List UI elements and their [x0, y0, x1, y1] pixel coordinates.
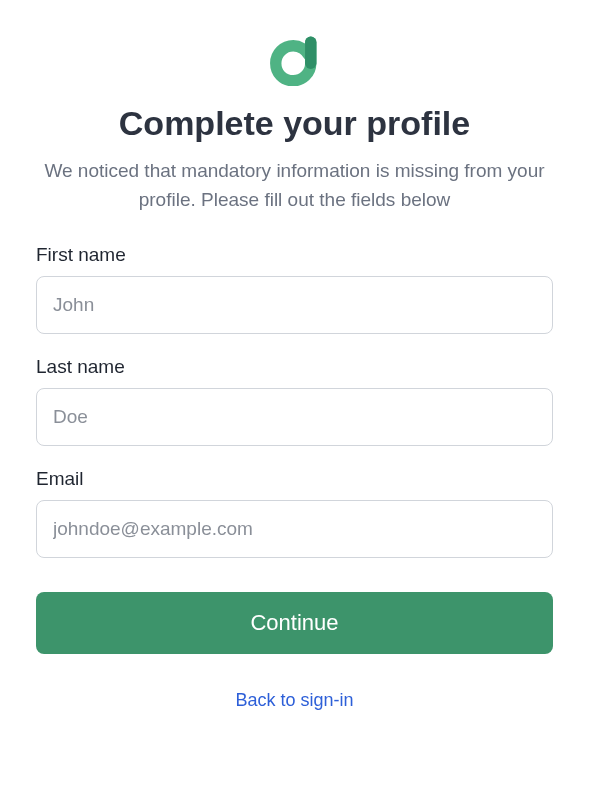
first-name-group: First name [36, 244, 553, 334]
email-label: Email [36, 468, 553, 490]
page-subtitle: We noticed that mandatory information is… [36, 157, 553, 214]
logo-container [36, 30, 553, 86]
continue-button[interactable]: Continue [36, 592, 553, 654]
email-input[interactable] [36, 500, 553, 558]
back-to-signin-link[interactable]: Back to sign-in [235, 690, 353, 710]
last-name-input[interactable] [36, 388, 553, 446]
first-name-input[interactable] [36, 276, 553, 334]
first-name-label: First name [36, 244, 553, 266]
page-title: Complete your profile [36, 104, 553, 143]
back-link-container: Back to sign-in [36, 690, 553, 711]
email-group: Email [36, 468, 553, 558]
last-name-label: Last name [36, 356, 553, 378]
last-name-group: Last name [36, 356, 553, 446]
app-logo-icon [267, 30, 323, 86]
